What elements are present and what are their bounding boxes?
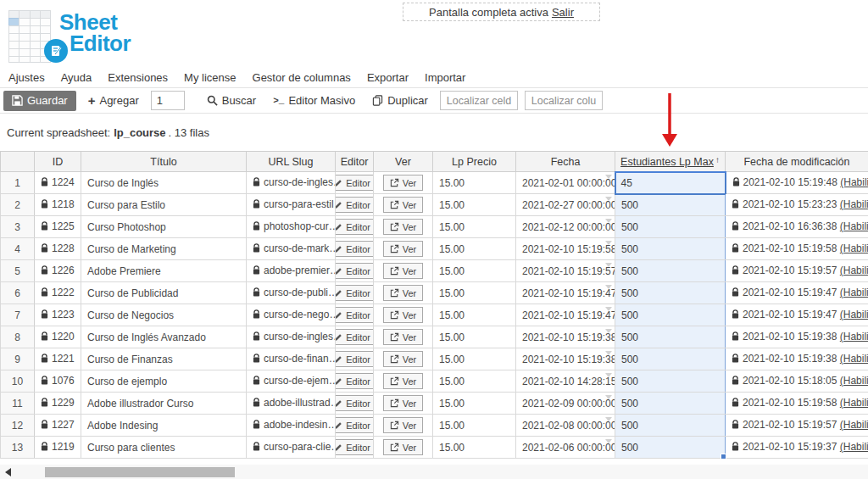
slug-cell[interactable]: curso-de-mark… — [247, 238, 336, 260]
locate-cell-input[interactable] — [440, 91, 518, 110]
menu-item-importar[interactable]: Importar — [425, 71, 465, 84]
modified-cell[interactable]: 2021-02-10 15:23:23 (Habilit… — [726, 194, 868, 216]
id-cell[interactable]: 1076 — [35, 370, 81, 393]
editor-button[interactable]: Editor — [336, 219, 374, 235]
slug-cell[interactable]: curso-de-ingles… — [247, 172, 336, 194]
price-cell[interactable]: 15.00 — [433, 260, 516, 282]
row-number[interactable]: 13 — [1, 437, 35, 459]
date-cell[interactable]: 2021-02-27 00:00:00 — [516, 194, 615, 216]
title-cell[interactable]: Curso para Estilo — [81, 194, 247, 216]
col-header-editor[interactable]: Editor — [336, 152, 374, 172]
id-cell[interactable]: 1223 — [35, 304, 81, 326]
title-cell[interactable]: Curso de Finanzas — [81, 348, 247, 370]
slug-cell[interactable]: curso-de-ejem… — [247, 370, 336, 393]
slug-cell[interactable]: adobe-indesin… — [247, 415, 336, 437]
date-cell[interactable]: 2021-02-10 14:28:15 — [516, 370, 615, 393]
editor-button[interactable]: Editor — [336, 439, 374, 455]
students-cell[interactable]: 500 — [615, 194, 726, 216]
title-cell[interactable]: Adobe Premiere — [81, 260, 247, 282]
modified-status-link[interactable]: (Habilit… — [840, 198, 868, 210]
scrollbar-thumb[interactable] — [45, 467, 235, 477]
id-cell[interactable]: 1219 — [35, 437, 81, 459]
locate-column-input[interactable] — [525, 91, 603, 110]
date-cell[interactable]: 2021-02-10 15:19:58 — [516, 238, 615, 260]
view-button[interactable]: Ver — [383, 263, 424, 279]
menu-item-ajustes[interactable]: Ajustes — [8, 71, 45, 84]
date-cell[interactable]: 2021-02-12 00:00:00 — [516, 216, 615, 238]
students-cell[interactable]: 500 — [615, 282, 726, 304]
id-cell[interactable]: 1218 — [35, 194, 81, 216]
row-number[interactable]: 10 — [1, 370, 35, 393]
save-button[interactable]: Guardar — [3, 91, 76, 111]
row-number[interactable]: 4 — [1, 238, 35, 260]
modified-status-link[interactable]: (Habilit… — [840, 419, 868, 431]
modified-cell[interactable]: 2021-02-10 15:19:38 (Habilit… — [726, 326, 868, 348]
col-header-lp-precio[interactable]: Lp Precio — [433, 152, 516, 172]
price-cell[interactable]: 15.00 — [433, 282, 516, 304]
slug-cell[interactable]: adobe-illustrad… — [247, 393, 336, 415]
students-cell[interactable]: 500 — [615, 393, 726, 415]
row-number[interactable]: 2 — [1, 194, 35, 216]
col-header-id[interactable]: ID — [35, 152, 81, 172]
slug-cell[interactable]: curso-de-nego… — [247, 304, 336, 326]
modified-cell[interactable]: 2021-02-10 15:19:48 (Habilit… — [726, 172, 868, 194]
editor-button[interactable]: Editor — [336, 351, 374, 367]
editor-button[interactable]: Editor — [336, 197, 374, 213]
modified-status-link[interactable]: (Habilit… — [840, 220, 868, 232]
view-button[interactable]: Ver — [383, 329, 424, 345]
modified-status-link[interactable]: (Habilit… — [840, 375, 868, 387]
horizontal-scrollbar[interactable] — [0, 465, 868, 479]
title-cell[interactable]: Curso de Inglés — [81, 172, 247, 194]
modified-status-link[interactable]: (Habilit… — [840, 176, 868, 188]
id-cell[interactable]: 1221 — [35, 348, 81, 370]
row-number[interactable]: 3 — [1, 216, 35, 238]
modified-status-link[interactable]: (Habilit… — [840, 441, 868, 453]
id-cell[interactable]: 1227 — [35, 415, 81, 437]
col-header-estudiantes-lp-max[interactable]: Estudiantes Lp Max↑ — [615, 152, 726, 172]
date-cell[interactable]: 2021-02-10 15:19:57 — [516, 260, 615, 282]
duplicate-button[interactable]: Duplicar — [367, 94, 433, 107]
menu-item-gestor-columnas[interactable]: Gestor de columnas — [253, 71, 351, 84]
modified-status-link[interactable]: (Habilit… — [840, 353, 868, 365]
menu-item-exportar[interactable]: Exportar — [367, 71, 409, 84]
view-button[interactable]: Ver — [383, 175, 424, 191]
students-cell[interactable]: 500 — [615, 238, 726, 260]
slug-cell[interactable]: curso-de-publi… — [247, 282, 336, 304]
search-button[interactable]: Buscar — [202, 94, 261, 107]
id-cell[interactable]: 1224 — [35, 172, 81, 194]
modified-cell[interactable]: 2021-02-10 15:19:47 (Habilit… — [726, 282, 868, 304]
editor-button[interactable]: Editor — [336, 417, 374, 433]
modified-status-link[interactable]: (Habilit… — [840, 331, 868, 343]
date-cell[interactable]: 2021-02-10 15:19:47 — [516, 304, 615, 326]
menu-item-my-license[interactable]: My license — [184, 71, 236, 84]
price-cell[interactable]: 15.00 — [433, 437, 516, 459]
price-cell[interactable]: 15.00 — [433, 238, 516, 260]
view-button[interactable]: Ver — [383, 439, 424, 455]
date-cell[interactable]: 2021-02-06 00:00:00 — [516, 437, 615, 459]
scroll-left-arrow-icon[interactable] — [5, 468, 11, 476]
selection-fill-handle[interactable] — [721, 454, 726, 460]
date-cell[interactable]: 2021-02-10 15:19:38 — [516, 348, 615, 370]
menu-item-ayuda[interactable]: Ayuda — [61, 71, 92, 84]
modified-status-link[interactable]: (Habilit… — [840, 265, 868, 276]
id-cell[interactable]: 1222 — [35, 282, 81, 304]
exit-fullscreen-link[interactable]: Salir — [552, 6, 574, 19]
title-cell[interactable]: Curso para clientes — [81, 437, 247, 459]
col-header-fecha[interactable]: Fecha — [516, 152, 615, 172]
view-button[interactable]: Ver — [383, 395, 424, 411]
modified-status-link[interactable]: (Habilit… — [840, 397, 868, 409]
price-cell[interactable]: 15.00 — [433, 348, 516, 370]
title-cell[interactable]: Curso de Marketing — [81, 238, 247, 260]
slug-cell[interactable]: adobe-premier… — [247, 260, 336, 282]
students-cell[interactable]: 500 — [615, 216, 726, 238]
bulk-editor-button[interactable]: >_ Editor Masivo — [268, 94, 360, 107]
title-cell[interactable]: Adobe Indesing — [81, 415, 247, 437]
title-cell[interactable]: Curso Photoshop — [81, 216, 247, 238]
title-cell[interactable]: Curso de Negocios — [81, 304, 247, 326]
modified-status-link[interactable]: (Habilit… — [840, 287, 868, 298]
title-cell[interactable]: Curso de ejemplo — [81, 370, 247, 393]
title-cell[interactable]: Curso de Inglés Avanzado — [81, 326, 247, 348]
row-number[interactable]: 8 — [1, 326, 35, 348]
students-cell[interactable]: 500 — [615, 326, 726, 348]
price-cell[interactable]: 15.00 — [433, 326, 516, 348]
